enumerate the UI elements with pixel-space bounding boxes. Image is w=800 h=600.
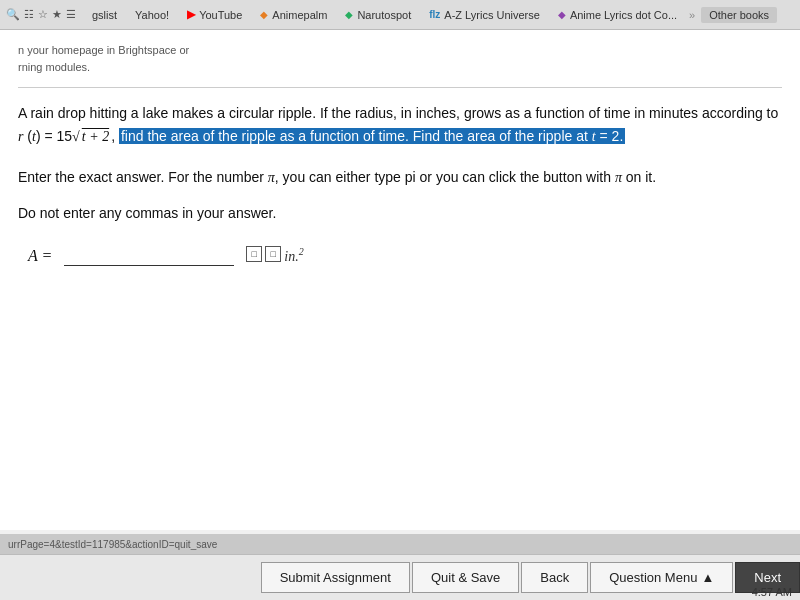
browser-tabs-bar: 🔍 ☷ ☆ ★ ☰ gslist Yahoo! ▶ YouTube ◆ Anim… — [0, 0, 800, 30]
youtube-icon: ▶ — [187, 8, 195, 21]
no-commas-text: Do not enter any commas in your answer. — [18, 205, 276, 221]
tab-gslist[interactable]: gslist — [86, 7, 123, 23]
back-button[interactable]: Back — [521, 562, 588, 593]
url-text: urrPage=4&testId=117985&actionID=quit_sa… — [8, 539, 217, 550]
menu-icon[interactable]: ☰ — [66, 8, 76, 21]
units-superscript: 2 — [299, 246, 304, 257]
magnify-icon[interactable]: 🔍 — [6, 8, 20, 21]
azlyrics-icon: flz — [429, 9, 440, 20]
list-icon[interactable]: ☷ — [24, 8, 34, 21]
units-icon-2: □ — [265, 246, 281, 262]
bookmark-icon[interactable]: ★ — [52, 8, 62, 21]
tab-narutospot[interactable]: ◆ Narutospot — [339, 7, 417, 23]
tab-animedot[interactable]: ◆ Anime Lyrics dot Co... — [552, 7, 683, 23]
instructions-text: Enter the exact answer. For the number π… — [18, 169, 656, 185]
content-divider — [18, 87, 782, 88]
answer-row: A = □ □ in.2 — [18, 245, 782, 266]
breadcrumb-line1: n your homepage in Brightspace or — [18, 44, 189, 56]
other-books-label[interactable]: Other books — [701, 7, 777, 23]
tab-animepalm-label: Animepalm — [272, 9, 327, 21]
no-commas-instruction: Do not enter any commas in your answer. — [18, 205, 782, 221]
tab-gslist-label: gslist — [92, 9, 117, 21]
answer-label: A = — [28, 247, 52, 265]
breadcrumb: n your homepage in Brightspace or rning … — [18, 42, 782, 75]
question-menu-button[interactable]: Question Menu ▲ — [590, 562, 733, 593]
question-menu-label: Question Menu — [609, 570, 697, 585]
tab-youtube-label: YouTube — [199, 9, 242, 21]
tab-azlyrics[interactable]: flz A-Z Lyrics Universe — [423, 7, 546, 23]
breadcrumb-line2: rning modules. — [18, 61, 90, 73]
narutospot-icon: ◆ — [345, 9, 353, 20]
animepalm-icon: ◆ — [260, 9, 268, 20]
tab-yahoo-label: Yahoo! — [135, 9, 169, 21]
tab-animepalm[interactable]: ◆ Animepalm — [254, 7, 333, 23]
bottom-action-bar: Submit Assignment Quit & Save Back Quest… — [0, 554, 800, 600]
tab-azlyrics-label: A-Z Lyrics Universe — [444, 9, 540, 21]
quit-save-button[interactable]: Quit & Save — [412, 562, 519, 593]
tabs-divider: » — [689, 9, 695, 21]
problem-statement: A rain drop hitting a lake makes a circu… — [18, 102, 782, 148]
units-label: in.2 — [284, 246, 303, 265]
tab-youtube[interactable]: ▶ YouTube — [181, 6, 248, 23]
star-icon[interactable]: ☆ — [38, 8, 48, 21]
chevron-up-icon: ▲ — [701, 570, 714, 585]
submit-assignment-button[interactable]: Submit Assignment — [261, 562, 410, 593]
tab-narutospot-label: Narutospot — [357, 9, 411, 21]
system-time: 4:57 AM — [752, 586, 792, 598]
units-icon-1: □ — [246, 246, 262, 262]
units-area: □ □ in.2 — [246, 246, 303, 265]
tab-yahoo[interactable]: Yahoo! — [129, 7, 175, 23]
problem-highlight: find the area of the ripple as a functio… — [119, 128, 625, 144]
answer-input[interactable] — [64, 245, 234, 266]
bottom-buttons: Submit Assignment Quit & Save Back Quest… — [261, 562, 800, 593]
url-bar: urrPage=4&testId=117985&actionID=quit_sa… — [0, 534, 800, 554]
window-controls: 🔍 ☷ ☆ ★ ☰ — [6, 8, 76, 21]
main-content: n your homepage in Brightspace or rning … — [0, 30, 800, 530]
animedot-icon: ◆ — [558, 9, 566, 20]
instructions: Enter the exact answer. For the number π… — [18, 166, 782, 189]
tab-animedot-label: Anime Lyrics dot Co... — [570, 9, 677, 21]
